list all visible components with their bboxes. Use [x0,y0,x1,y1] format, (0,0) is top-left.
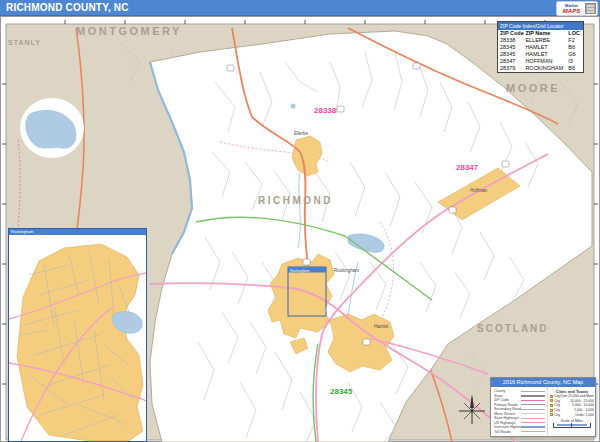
map-page: RICHMOND COUNTY, NC Market MAPS [0,0,600,442]
scale-bar [553,424,591,428]
zip-loc-cell: F2 [568,37,581,44]
legend-body: County State ZIP Code Primary Roads Seco… [491,387,595,436]
extent-label: Rockingham [290,269,310,273]
hamlet-urban-area [328,314,394,372]
zip-index-table: ZIP Code Index/Grid Locator ZIP Code ZIP… [497,21,584,73]
scale-label: Scale of Miles [550,419,594,423]
legend-item-label: State [494,394,521,398]
city-class-label: City [550,403,560,407]
neighbor-county-label-scotland: SCOTLAND [477,323,549,334]
city-class-label: City [550,394,560,398]
zip-table-row: 28345 HAMLET B6 [498,44,583,51]
zip-table-column-row: ZIP Code ZIP Name LOC [498,30,583,37]
legend-line-items: County State ZIP Code Primary Roads Seco… [491,387,548,436]
small-pond [291,104,296,109]
city-class-label: City [550,399,560,403]
minor-streets-sample [521,413,545,414]
city-class-label: City [550,413,560,417]
secondary-roads-sample [521,409,545,410]
zip-code-cell: 28345 [500,44,525,51]
neighbor-county-label-montgomery: MONTGOMERY [76,25,182,37]
zip-name-cell: HAMLET [525,51,568,58]
city-class-label: City [550,408,560,412]
us-highways-sample [521,422,545,423]
col-loc: LOC [568,30,581,37]
zip-name-cell: ELLERBE [525,37,568,44]
city-class-range: 1,000 - 5,000 [574,408,594,412]
zip-code-cell: 28338 [500,37,525,44]
zip-loc-cell: B6 [568,65,581,72]
city-label-rockingham: Rockingham [334,268,359,273]
toll-roads-sample [521,431,545,432]
zip-name-cell: ROCKINGHAM [525,65,568,72]
city-swatch-icon [550,404,553,407]
cities-and-towns-header: Cities and Towns [550,389,594,394]
col-zip-code: ZIP Code [500,30,525,37]
col-zip-name: ZIP Name [525,30,568,37]
zip-line-sample [521,400,545,401]
legend-title: 2016 Richmond County, NC Map [491,378,595,387]
legend-item-label: US Highways [494,421,521,425]
zip-table-header: ZIP Code Index/Grid Locator [498,22,583,30]
map-legend: 2016 Richmond County, NC Map County Stat… [490,377,596,437]
logo-badge-icon [585,3,596,14]
zip-name-cell: HAMLET [525,44,568,51]
legend-cities-column: Cities and Towns CityOver 25,000 and Mor… [548,387,596,436]
title-bar: RICHMOND COUNTY, NC Market MAPS [0,0,600,16]
city-swatch-icon [550,395,553,398]
state-line-sample [521,395,545,397]
inset-map: Rockingham [8,228,147,442]
neighbor-county-label-moore: MOORE [506,82,560,94]
legend-item-label: Secondary Roads [494,407,521,411]
page-title: RICHMOND COUNTY, NC [6,0,129,16]
legend-line-item: Toll Roads [494,430,545,435]
city-label-hamlet: Hamlet [374,324,389,329]
zip-table-row: 28379 ROCKINGHAM B6 [498,65,583,72]
county-label-richmond: RICHMOND [258,195,333,206]
city-class-row: City10,000 - 25,000 [550,399,594,404]
interstate-sample [521,426,545,428]
legend-item-label: County [494,389,521,393]
zip-code-label-hamlet: 28345 [330,387,353,396]
city-class-range: Over 25,000 and More [560,394,594,398]
legend-item-label: Interstate Highways [494,425,521,429]
zip-code-cell: 28379 [500,65,525,72]
scale-of-miles: Scale of Miles [550,419,594,428]
zip-code-label-ellerbe: 28338 [314,106,337,115]
inset-canvas [9,235,146,441]
zip-code-cell: 28347 [500,58,525,65]
zip-loc-cell: G6 [568,51,581,58]
primary-roads-sample [521,404,545,405]
city-class-range: 10,000 - 25,000 [570,399,594,403]
state-highways-sample [521,418,545,419]
legend-item-label: State Highways [494,416,521,420]
logo-text: Market MAPS [558,4,585,14]
city-label-ellerbe: Ellerbe [294,131,309,136]
zip-loc-cell: I3 [568,58,581,65]
zip-code-label-hoffman: 28347 [456,163,479,172]
zip-table-row: 28338 ELLERBE F2 [498,37,583,44]
city-class-row: CityUnder 1,000 [550,412,594,417]
legend-item-label: ZIP Code [494,398,521,402]
city-class-row: City5,000 - 10,000 [550,403,594,408]
marketmaps-logo: Market MAPS [556,1,598,16]
city-swatch-icon [550,399,553,402]
zip-table-row: 28345 HAMLET G6 [498,51,583,58]
legend-item-label: Primary Roads [494,403,521,407]
county-line-sample [521,391,545,392]
zip-table-row: 28347 HOFFMAN I3 [498,58,583,65]
city-swatch-icon [550,413,553,416]
legend-item-label: Toll Roads [494,430,521,434]
city-class-range: 5,000 - 10,000 [572,403,594,407]
city-swatch-icon [550,409,553,412]
neighbor-county-label-stanly: STANLY [8,39,41,46]
legend-item-label: Minor Streets [494,412,521,416]
zip-loc-cell: B6 [568,44,581,51]
zip-name-cell: HOFFMAN [525,58,568,65]
zip-code-cell: 28345 [500,51,525,58]
city-class-range: Under 1,000 [575,413,594,417]
city-class-row: CityOver 25,000 and More [550,394,594,399]
logo-maps-text: MAPS [558,8,585,14]
city-label-hoffman: Hoffman [470,188,487,193]
